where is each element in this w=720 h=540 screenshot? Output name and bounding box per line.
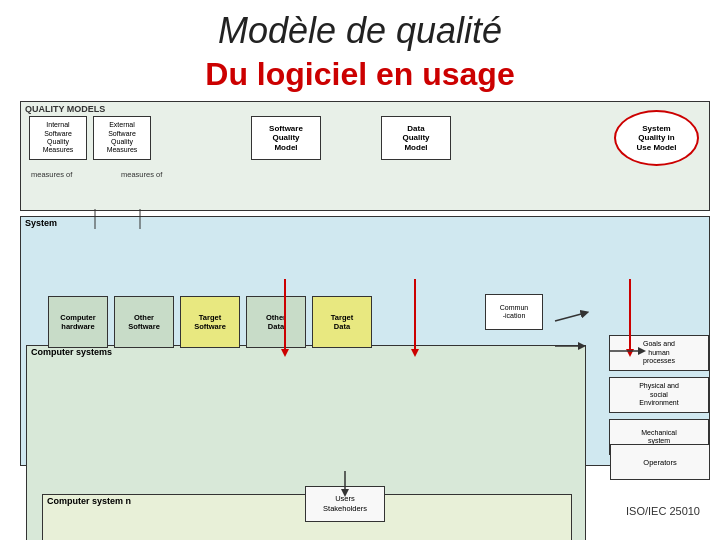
sub-title: Du logiciel en usage [20,56,700,93]
box-dqm: DataQualityModel [381,116,451,160]
box-target-data: TargetData [312,296,372,348]
box-computer-hardware: Computerhardware [48,296,108,348]
box-syqum: SystemQuality inUse Model [614,110,699,166]
system-label: System [25,218,57,228]
box-other-data: OtherData [246,296,306,348]
measures-text-2: measures of [121,170,162,179]
right-box-physical: Physical andsocialEnvironment [609,377,709,413]
qm-outer-box: QUALITY MODELS InternalSoftwareQualityMe… [20,101,710,211]
box-sqm: SoftwareQualityModel [251,116,321,160]
main-title: Modèle de qualité [20,10,700,52]
slide-container: Modèle de qualité Du logiciel en usage Q… [0,0,720,540]
comm-box: Commun-ication [485,294,543,330]
comp-system-n-label: Computer system n [47,496,131,506]
right-box-goals: Goals andhumanprocesses [609,335,709,371]
users-box: UsersStakeholders [305,486,385,522]
diagram-area: QUALITY MODELS InternalSoftwareQualityMe… [20,101,710,521]
bottom-boxes-row: Computerhardware OtherSoftware TargetSof… [48,296,372,348]
box-target-software: TargetSoftware [180,296,240,348]
operators-box: Operators [610,444,710,480]
iso-label: ISO/IEC 25010 [626,505,700,517]
right-boxes: Goals andhumanprocesses Physical andsoci… [609,335,709,455]
operators-label: Operators [643,458,676,467]
box-internal: InternalSoftwareQualityMeasures [29,116,87,160]
measures-text-1: measures of [31,170,72,179]
box-other-software: OtherSoftware [114,296,174,348]
box-external: ExternalSoftwareQualityMeasures [93,116,151,160]
comp-systems-label: Computer systems [31,347,112,357]
qm-label: QUALITY MODELS [25,104,105,114]
